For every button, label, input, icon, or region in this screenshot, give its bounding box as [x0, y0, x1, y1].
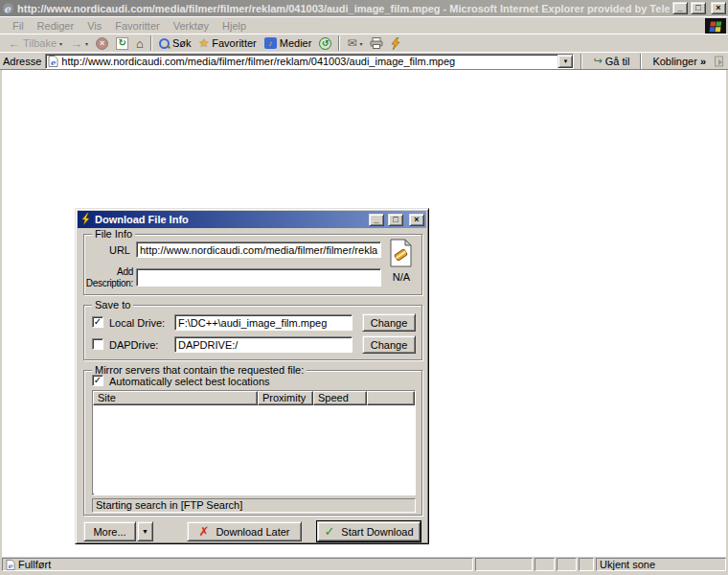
dapdrive-checkbox[interactable]	[92, 338, 103, 350]
menu-rediger[interactable]: Rediger	[31, 18, 81, 34]
status-left-panel: e Fullført	[2, 558, 473, 571]
download-later-label: Download Later	[216, 526, 289, 538]
red-cross-icon: ✗	[199, 524, 210, 539]
print-button[interactable]	[366, 34, 387, 52]
dap-bolt-button[interactable]	[387, 34, 404, 52]
menu-hjelp[interactable]: Hjelp	[216, 18, 253, 34]
address-url-text: http://www.nordicaudi.com/media/filmer/f…	[61, 56, 555, 67]
search-button[interactable]: Søk	[155, 34, 195, 52]
menu-bar: Fil Rediger Vis Favoritter Verktøy Hjelp	[0, 16, 728, 34]
home-button[interactable]: ⌂	[132, 34, 148, 52]
mirror-list-body[interactable]	[93, 405, 415, 494]
local-drive-label: Local Drive:	[109, 317, 176, 329]
address-bar: Adresse e http://www.nordicaudi.com/medi…	[0, 52, 728, 70]
status-page-icon: e	[6, 560, 15, 570]
search-icon	[159, 38, 170, 49]
dapdrive-field[interactable]	[174, 336, 353, 353]
media-icon: ♪	[264, 37, 277, 49]
search-label: Søk	[172, 37, 192, 49]
menu-verktoy[interactable]: Verktøy	[167, 18, 216, 34]
file-type-caption: N/A	[381, 271, 421, 283]
column-header-site[interactable]: Site	[93, 391, 258, 405]
more-dropdown-button[interactable]: ▼	[137, 521, 153, 541]
window-title: http://www.nordicaudi.com/media/filmer/f…	[17, 3, 670, 14]
refresh-icon: ↻	[116, 37, 128, 50]
media-label: Medier	[280, 37, 312, 49]
ie-throbber-windows-logo	[705, 18, 726, 34]
mail-icon: ✉	[347, 37, 356, 49]
browser-titlebar: e http://www.nordicaudi.com/media/filmer…	[0, 0, 728, 16]
toolbar-separator	[150, 35, 152, 51]
addressbar-separator	[580, 54, 582, 69]
media-button[interactable]: ♪ Medier	[261, 34, 316, 52]
dialog-close-button[interactable]: ×	[409, 214, 424, 226]
addressbar-extra-icon[interactable]	[714, 56, 725, 67]
svg-text:e: e	[8, 561, 12, 569]
mail-button[interactable]: ✉ ▾	[343, 34, 366, 52]
status-left-text: Fullført	[18, 559, 51, 570]
description-label: Add Description:	[84, 266, 133, 288]
local-drive-change-button[interactable]: Change	[362, 313, 416, 332]
mirror-servers-group: Mirror servers that contain the requeste…	[83, 370, 422, 516]
column-header-proximity[interactable]: Proximity	[258, 391, 313, 405]
stop-button[interactable]: ×	[92, 34, 112, 52]
browser-window: e http://www.nordicaudi.com/media/filmer…	[0, 0, 728, 575]
history-button[interactable]: ↺	[315, 34, 335, 52]
back-button[interactable]: ← Tilbake ▾	[4, 34, 66, 52]
dapdrive-change-button[interactable]: Change	[362, 335, 416, 354]
column-header-speed[interactable]: Speed	[313, 391, 367, 405]
start-download-label: Start Download	[341, 526, 413, 538]
mirror-list[interactable]: Site Proximity Speed	[92, 390, 416, 495]
history-icon: ↺	[319, 37, 331, 50]
refresh-button[interactable]: ↻	[112, 34, 132, 52]
description-field[interactable]	[136, 268, 381, 287]
file-info-group: File Info URL Add Description: N/A	[83, 234, 422, 295]
go-button[interactable]: ↪ Gå til	[589, 53, 633, 69]
toolbar-separator	[338, 35, 340, 51]
address-input[interactable]: e http://www.nordicaudi.com/media/filmer…	[45, 54, 574, 69]
back-dropdown-icon[interactable]: ▾	[59, 40, 62, 47]
minimize-button[interactable]: _	[672, 2, 688, 14]
download-later-button[interactable]: ✗ Download Later	[187, 521, 302, 541]
file-type-icon	[389, 239, 413, 267]
addressbar-separator	[640, 54, 642, 69]
dialog-body: File Info URL Add Description: N/A Save …	[78, 228, 426, 543]
dialog-maximize-button[interactable]: □	[388, 214, 403, 226]
green-check-icon: ✓	[324, 524, 334, 539]
menu-fil[interactable]: Fil	[6, 18, 31, 34]
print-icon	[370, 37, 383, 49]
search-status-text: Starting search in [FTP Search]	[92, 498, 416, 513]
menu-vis[interactable]: Vis	[80, 18, 108, 34]
forward-dropdown-icon[interactable]: ▾	[85, 40, 88, 47]
local-drive-field[interactable]	[174, 314, 353, 331]
start-download-button[interactable]: ✓ Start Download	[317, 521, 421, 541]
back-icon: ←	[8, 37, 20, 50]
dialog-minimize-button[interactable]: _	[369, 214, 384, 226]
menu-favoritter[interactable]: Favoritter	[108, 18, 166, 34]
maximize-button[interactable]: □	[691, 2, 706, 14]
column-header-blank[interactable]	[367, 391, 415, 405]
go-arrow-icon: ↪	[593, 56, 602, 66]
more-button[interactable]: More...	[83, 521, 136, 541]
local-drive-checkbox[interactable]: ✓	[92, 316, 103, 328]
status-bar: e Fullført Ukjent sone	[0, 557, 728, 572]
url-label: URL	[88, 244, 130, 256]
close-button[interactable]: ×	[711, 2, 726, 14]
url-field[interactable]	[136, 242, 381, 258]
links-button[interactable]: Koblinger »	[648, 53, 710, 69]
status-small-panel	[535, 558, 555, 571]
mail-dropdown-icon[interactable]: ▾	[359, 40, 362, 47]
auto-select-checkbox[interactable]: ✓	[92, 375, 103, 386]
standard-toolbar: ← Tilbake ▾ → ▾ × ↻ ⌂ Søk ★ Favoritter ♪…	[0, 34, 728, 52]
status-small-panel	[557, 558, 577, 571]
stop-icon: ×	[96, 37, 108, 50]
favorites-button[interactable]: ★ Favoritter	[195, 34, 261, 52]
links-chevron-icon: »	[700, 56, 706, 67]
links-label: Koblinger	[652, 56, 696, 67]
home-icon: ⌂	[136, 37, 144, 50]
forward-button[interactable]: → ▾	[66, 34, 92, 52]
status-empty-panel	[475, 558, 533, 571]
address-dropdown-button[interactable]: ▼	[557, 55, 573, 68]
save-to-legend: Save to	[92, 299, 133, 310]
lightning-bolt-icon	[391, 37, 400, 50]
